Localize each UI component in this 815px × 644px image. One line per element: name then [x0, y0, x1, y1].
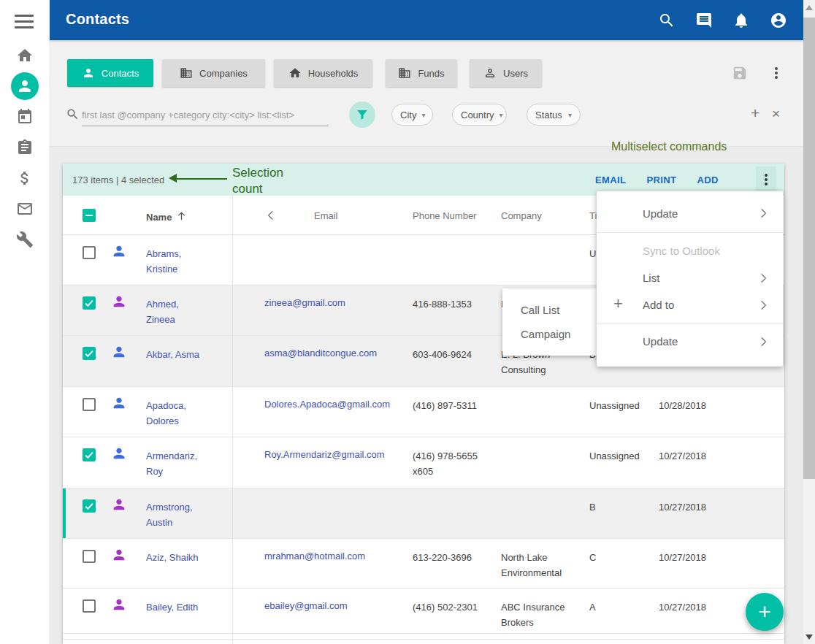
contact-name-link[interactable]: Armstrong, Austin	[146, 499, 203, 530]
chevron-down-icon: ▾	[500, 111, 503, 119]
table-row-apadoca-dolores[interactable]: Apadoca, DoloresDolores.Apadoca@gmail.co…	[63, 387, 784, 437]
view-options-icon[interactable]	[771, 66, 781, 80]
filter-chip-city[interactable]: City▾	[391, 104, 433, 126]
select-all-checkbox[interactable]	[83, 209, 96, 222]
person-outline-icon	[483, 66, 497, 80]
search-icon[interactable]	[658, 12, 676, 29]
row-checkbox[interactable]	[83, 347, 96, 360]
contact-name-link[interactable]: Apadoca, Dolores	[146, 398, 203, 429]
scroll-up-arrow-icon[interactable]	[806, 5, 813, 10]
contact-name-link[interactable]: Akbar, Asma	[146, 347, 203, 362]
tab-funds[interactable]: Funds	[386, 59, 457, 87]
bulk-action-add[interactable]: ADD	[697, 175, 718, 185]
row-checkbox[interactable]	[83, 296, 96, 310]
account-icon[interactable]	[770, 12, 787, 29]
chevron-right-icon	[757, 299, 770, 312]
chip-label: City	[400, 110, 416, 120]
sidebar-item-money[interactable]	[16, 169, 34, 187]
column-header-phone[interactable]: Phone Number	[413, 210, 476, 221]
scrollbar-thumb[interactable]	[803, 18, 815, 479]
tab-contacts[interactable]: Contacts	[67, 59, 153, 87]
column-divider	[232, 196, 233, 644]
checkmark-icon	[83, 448, 96, 461]
save-view-icon[interactable]	[732, 65, 748, 81]
submenu-item-call-list[interactable]: Call List	[502, 298, 597, 322]
chevron-down-icon: ▾	[421, 111, 425, 119]
row-checkbox[interactable]	[83, 448, 96, 461]
row-checkbox[interactable]	[83, 499, 96, 513]
row-checkbox[interactable]	[83, 246, 96, 259]
menu-item-update[interactable]: Update	[597, 199, 783, 228]
submenu-item-campaign[interactable]: Campaign	[502, 322, 597, 346]
contact-name-link[interactable]: Armendariz, Roy	[146, 448, 203, 479]
notifications-icon[interactable]	[732, 12, 750, 29]
row-checkbox[interactable]	[83, 398, 96, 411]
contact-email-link[interactable]: Dolores.Apadoca@gmail.com	[264, 396, 390, 412]
contact-avatar-icon	[111, 344, 127, 360]
table-row-bailey-edith[interactable]: Bailey, Edithebailey@gmail.com(416) 502-…	[63, 589, 784, 634]
chip-label: Status	[535, 110, 562, 120]
column-header-name[interactable]: Name	[146, 210, 187, 223]
column-header-email[interactable]: Email	[314, 210, 338, 221]
annotation-multiselect-commands: Multiselect commands	[611, 140, 727, 153]
contact-email-link[interactable]: asma@blanditcongue.com	[264, 345, 377, 361]
contact-name-link[interactable]: Abrams, Kristine	[146, 246, 203, 277]
sort-ascending-icon	[176, 210, 187, 221]
contact-phone: 613-220-3696	[413, 550, 483, 565]
building-icon	[398, 66, 411, 80]
sidebar-item-mail[interactable]	[16, 200, 34, 218]
add-contact-fab[interactable]: +	[746, 593, 784, 631]
tab-companies[interactable]: Companies	[162, 59, 265, 87]
sidebar-item-contacts[interactable]	[16, 77, 34, 95]
menu-icon[interactable]	[15, 15, 34, 29]
contacts-icon	[16, 77, 34, 95]
chat-icon[interactable]	[695, 12, 713, 29]
tab-label: Users	[503, 68, 528, 79]
menu-item-list[interactable]: List	[597, 264, 783, 291]
contact-email-link[interactable]: ebailey@gmail.com	[264, 598, 348, 613]
tab-label: Contacts	[102, 68, 139, 79]
contact-avatar-icon	[111, 547, 127, 563]
add-filter-icon[interactable]: +	[751, 104, 759, 122]
vertical-scrollbar[interactable]	[803, 0, 815, 644]
contact-company: North Lake Environmental	[501, 550, 574, 580]
menu-item-update-2[interactable]: Update	[597, 328, 783, 355]
contact-email-link[interactable]: zineea@gmail.com	[264, 295, 345, 310]
contact-name-link[interactable]: Bailey, Edith	[146, 599, 203, 615]
contact-date: 10/27/2018	[659, 499, 706, 515]
table-row-armendariz-roy[interactable]: Armendariz, RoyRoy.Armendariz@gmail.com(…	[63, 437, 784, 488]
chevron-right-icon	[757, 207, 770, 220]
tab-users[interactable]: Users	[470, 59, 542, 87]
contact-email-link[interactable]: Roy.Armendariz@gmail.com	[264, 447, 385, 462]
scroll-down-arrow-icon[interactable]	[806, 635, 813, 640]
mail-icon	[16, 200, 34, 218]
sidebar-item-home[interactable]	[16, 47, 34, 64]
bulk-action-email[interactable]: EMAIL	[595, 175, 626, 185]
search-input[interactable]	[82, 104, 329, 126]
menu-item-add-to[interactable]: +Add to	[597, 291, 783, 318]
column-header-company[interactable]: Company	[501, 210, 542, 221]
row-checkbox[interactable]	[83, 550, 96, 563]
tab-households[interactable]: Households	[274, 59, 372, 87]
clear-search-icon[interactable]: ×	[772, 106, 780, 122]
column-header-tier[interactable]: Ti	[589, 210, 597, 221]
checkmark-icon	[83, 347, 96, 360]
left-sidebar	[0, 0, 50, 644]
multiselect-more-icon[interactable]	[756, 166, 776, 193]
filter-icon[interactable]	[349, 101, 375, 128]
collapse-column-icon[interactable]	[264, 209, 278, 222]
row-checkbox[interactable]	[83, 599, 96, 613]
sidebar-item-tools[interactable]	[16, 231, 34, 248]
table-row-aziz-shaikh[interactable]: Aziz, Shaikhmrahman@hotmail.com613-220-3…	[63, 539, 784, 589]
contact-email-link[interactable]: mrahman@hotmail.com	[264, 548, 365, 564]
table-row-armstrong-austin[interactable]: Armstrong, AustinB10/27/2018	[63, 488, 784, 539]
contact-tier: Unassigned	[589, 448, 640, 464]
contact-name-link[interactable]: Ahmed, Zineea	[146, 296, 203, 327]
bulk-action-print[interactable]: PRINT	[646, 175, 676, 185]
sidebar-item-calendar[interactable]	[16, 108, 34, 126]
sidebar-item-tasks[interactable]	[16, 139, 34, 156]
filter-chip-country[interactable]: Country▾	[452, 104, 507, 126]
filter-chip-status[interactable]: Status▾	[527, 104, 581, 126]
contact-name-link[interactable]: Aziz, Shaikh	[146, 550, 203, 565]
contact-date: 10/27/2018	[659, 599, 706, 615]
